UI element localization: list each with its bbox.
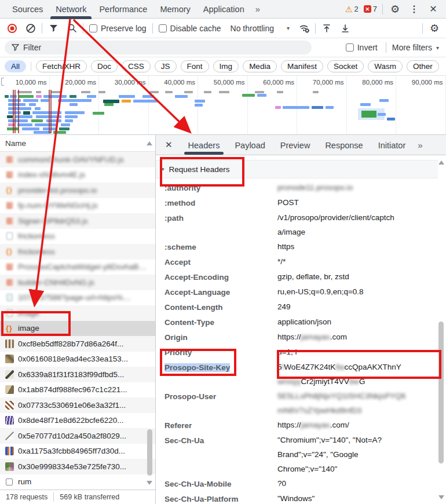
request-row-0x06160818e9ad4ec33ea153[interactable]: 0x06160818e9ad4ec33ea153... [0,352,155,367]
export-har-icon[interactable] [338,21,353,36]
main-tab-network[interactable]: Network [49,0,93,19]
checkbox[interactable] [89,24,97,32]
request-type-icon: {} [5,155,14,164]
request-row-image[interactable]: {}image [0,321,155,337]
network-settings-gear-icon[interactable]: ⚙ [427,21,441,35]
request-row-image[interactable]: image [0,305,155,321]
scrollbar-thumb[interactable] [438,322,444,463]
header-name: :scheme [164,243,196,251]
request-row-0x1ab874df988fec967c1c221[interactable]: 0x1ab874df988fec967c1c221... [0,382,155,398]
warning-count: 2 [354,5,359,13]
divider [31,62,31,71]
request-row-0x5e7077d10d2a450a2f8029[interactable]: 0x5e7077d10d2a450a2f8029... [0,428,155,444]
filter-chip-css[interactable]: CSS [122,60,151,72]
errors-badge[interactable]: ✕ 7 [364,5,377,13]
main-tab-performance[interactable]: Performance [93,0,153,19]
main-tab-memory[interactable]: Memory [153,0,196,19]
network-overview[interactable]: 10,000 ms20,000 ms30,000 ms40,000 ms50,0… [0,76,446,135]
network-conditions-icon[interactable] [297,21,312,36]
request-type-icon [5,232,14,241]
filter-chip-js[interactable]: JS [155,60,177,72]
scroll-up-icon[interactable] [147,141,152,145]
close-devtools-icon[interactable]: ✕ [426,2,440,16]
more-detail-tabs-icon[interactable]: » [418,140,421,150]
detail-tab-preview[interactable]: Preview [273,135,318,155]
overview-left-handle[interactable] [1,78,4,86]
header-value-segment: POST [277,198,299,207]
request-row-provider-list-prosopo-io[interactable]: {}provider-list.prosopo.io [0,182,155,198]
waterfall-bar [387,118,395,120]
header-value-segment: "Chromium";v="140", "Not=A? [277,436,382,444]
detail-tab-response[interactable]: Response [317,135,370,155]
filter-chip-socket[interactable]: Socket [327,60,364,72]
scrollbar-thumb[interactable] [147,429,152,476]
request-row-0x8de48f71e8d622bcfe6220[interactable]: 0x8de48f71e8d622bcfe6220... [0,413,155,429]
filter-input[interactable]: Filter [5,41,312,54]
request-row-0x6339a81f31f3183f99dfbd5[interactable]: 0x6339a81f31f3183f99dfbd5... [0,367,155,382]
request-row-0xa1175a3fcbb84965ff7d30d[interactable]: 0xa1175a3fcbb84965ff7d30d... [0,444,155,459]
filter-chip-img[interactable]: Img [213,60,239,72]
scroll-up-icon[interactable] [438,160,444,165]
header-value-segment: pronode11.prosopo.io [277,183,353,192]
detail-tab-initiator[interactable]: Initiator [371,135,414,155]
request-row-rum[interactable]: rum [0,474,155,490]
request-name: ProsopoCaptchaWidget-y8DsvhaB… [18,262,147,271]
more-tabs-icon[interactable]: » [251,4,264,14]
main-tab-sources[interactable]: Sources [6,0,49,19]
filter-chip-manifest[interactable]: Manifest [281,60,323,72]
waterfall-bar [8,103,25,106]
request-row-1072737588-page-url-https[interactable]: 1072737588?page-url=https%… [0,290,155,306]
filter-chip-fetch-xhr[interactable]: Fetch/XHR [36,60,87,72]
more-filters-dropdown[interactable]: More filters ▾ [392,43,441,52]
import-har-icon[interactable] [319,21,334,36]
checkbox[interactable] [346,43,354,52]
waterfall-bar [133,100,158,103]
detail-tab-headers[interactable]: Headers [181,135,228,155]
filter-chip-wasm[interactable]: Wasm [368,60,403,72]
invert-checkbox[interactable]: Invert [343,43,380,52]
filter-toggle-icon[interactable] [46,21,61,36]
request-row-frictionless[interactable]: frictionless [0,229,155,244]
request-row-commonchunk-oavynfud-js[interactable]: {}commonChunk-OAVYNFUD.js [0,152,155,167]
filter-chip-font[interactable]: Font [181,60,209,72]
disable-cache-checkbox[interactable]: Disable cache [156,24,224,33]
request-row-builder-cnh4dvng-js[interactable]: {}builder-CNH4DvNG.js [0,275,155,290]
request-row-frictionless[interactable]: {}frictionless [0,244,155,260]
header-value: 249 [277,300,438,314]
close-details-icon[interactable]: ✕ [164,140,178,150]
header-row-prosopo-site-key: Prosopo-Site-Key5fWoE4Z7K24tK9accQpaAKXT… [156,360,438,389]
request-row-index-sn38vm4e-js[interactable]: {}index-sN38vm4E.js [0,167,155,183]
preserve-log-checkbox[interactable]: Preserve log [87,24,149,33]
filter-chip-doc[interactable]: Doc [91,60,118,72]
funnel-icon [12,44,19,51]
warnings-badge[interactable]: ⚠ 2 [345,5,359,13]
filter-chip-media[interactable]: Media [243,60,277,72]
scroll-down-icon[interactable] [438,495,444,499]
request-headers-section-header[interactable]: ▾ Request Headers [156,160,438,178]
request-row-fp-num-dywengchj-js[interactable]: {}fp.num-DYWeNGcHj.js [0,198,155,214]
request-row-0x30e9998334e53e725fe730[interactable]: 0x30e9998334e53e725fe730... [0,459,155,474]
divider [42,23,42,34]
request-row-prosopocaptchawidget-y8dsvhab[interactable]: {}ProsopoCaptchaWidget-y8DsvhaB… [0,260,155,275]
header-name: Sec-Ch-Ua [164,436,204,445]
search-icon[interactable] [64,21,79,36]
waterfall-bar [17,91,32,93]
header-name: Referer [164,421,192,430]
kebab-menu-icon[interactable]: ⋮ [407,2,421,16]
request-row-0xcf8eb5dff828b77d86a264f[interactable]: 0xcf8eb5dff828b77d86a264f... [0,336,155,352]
checkbox[interactable] [159,24,167,32]
request-row-signer-dp9drq53-js[interactable]: {}Signer-DP9drQ53.js [0,213,155,229]
detail-tab-payload[interactable]: Payload [227,135,272,155]
settings-gear-icon[interactable]: ⚙ [388,2,402,16]
clear-button[interactable] [23,21,38,36]
waterfall-bar [142,95,154,98]
header-name: Prosopo-Site-Key [164,363,230,372]
filter-chip-all[interactable]: All [5,60,26,72]
main-tab-application[interactable]: Application [197,0,251,19]
throttling-dropdown[interactable]: No throttling ▾ [227,24,294,33]
scroll-down-icon[interactable] [147,481,152,485]
filter-chip-other[interactable]: Other [407,60,439,72]
name-column-header[interactable]: Name [0,135,155,152]
record-button[interactable] [5,21,20,36]
request-row-0x07733c530691e06e3a32f1[interactable]: 0x07733c530691e06e3a32f1... [0,397,155,413]
